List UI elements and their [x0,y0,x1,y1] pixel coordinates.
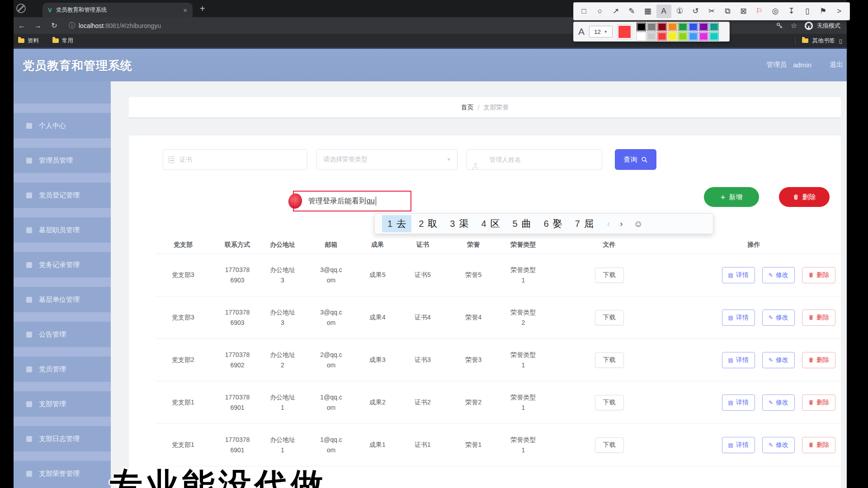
detail-button[interactable]: ▤ 详情 [722,267,755,283]
certificate-input[interactable] [163,150,307,169]
edit-button[interactable]: ✎ 修改 [762,310,795,326]
palette-color[interactable] [678,32,688,41]
save-download-icon[interactable]: ↧ [784,5,799,18]
detail-button[interactable]: ▤ 详情 [722,352,755,368]
sidebar-item[interactable]: 支部管理 [14,382,111,417]
palette-color[interactable] [647,32,656,41]
palette-color[interactable] [637,32,646,41]
row-delete-button[interactable]: 删除 [802,352,835,368]
sidebar-item[interactable]: 管理员管理 [14,138,111,173]
palette-color[interactable] [678,23,688,31]
download-button[interactable]: 下载 [595,267,624,283]
url-path[interactable]: :8081/#/zhiburongyu [104,22,161,29]
palette-color[interactable] [709,32,719,41]
emoji-icon[interactable]: ☺ [634,219,643,229]
palette-color[interactable] [689,32,698,41]
scissors-icon[interactable]: ✂ [704,5,719,18]
reading-list-icon[interactable]: ▯ [839,38,842,44]
sidebar-item[interactable]: 支部荣誉管理 [14,451,111,486]
ellipse-tool-icon[interactable]: ○ [592,5,607,18]
row-delete-button[interactable]: 删除 [802,267,835,283]
ime-candidate[interactable]: 5 曲 [507,215,537,232]
palette-color[interactable] [668,23,677,31]
mosaic-tool-icon[interactable]: ▦ [640,5,655,18]
manager-input[interactable] [473,150,602,169]
bookmark-flag-icon[interactable]: ⚑ [816,5,830,18]
tab-close-icon[interactable]: × [183,6,187,14]
ime-candidate[interactable]: 1 去 [382,215,411,232]
new-tab-button[interactable]: + [200,3,205,14]
copy-icon[interactable]: ⧉ [720,5,735,18]
palette-color[interactable] [689,23,698,31]
current-color-swatch[interactable] [617,24,632,39]
back-icon[interactable]: ← [14,22,30,30]
ime-candidate[interactable]: 2 取 [413,215,443,232]
key-icon[interactable] [776,22,783,29]
download-button[interactable]: 下载 [595,310,624,325]
palette-color[interactable] [657,23,667,31]
browser-tab[interactable]: V 党员教育和管理系统 × [42,3,193,17]
other-bookmarks[interactable]: 其他书签 ▯ [795,37,842,45]
site-info-icon[interactable]: ⓘ [69,22,75,30]
delete-button[interactable]: 删除 [779,187,830,207]
detail-button[interactable]: ▤ 详情 [722,310,755,326]
palette-color[interactable] [637,23,646,31]
palette-color[interactable] [699,32,708,41]
edit-button[interactable]: ✎ 修改 [762,437,795,453]
bookmark-folder[interactable]: 常用 [52,37,73,45]
forward-icon[interactable]: → [30,22,46,30]
pin-icon[interactable]: ⚐ [752,5,767,18]
detail-button[interactable]: ▤ 详情 [722,437,755,453]
bookmark-star-icon[interactable]: ☆ [791,21,797,30]
ime-candidate[interactable]: 7 屈 [570,215,599,232]
ime-next-icon[interactable]: › [620,219,623,229]
download-button[interactable]: 下载 [595,352,624,368]
logout-button[interactable]: 退出 [830,61,843,69]
ime-prev-icon[interactable]: ‹ [607,219,610,229]
row-delete-button[interactable]: 删除 [802,310,835,326]
bookmark-folder[interactable]: 资料 [18,37,39,45]
palette-color[interactable] [657,32,667,41]
edit-button[interactable]: ✎ 修改 [762,394,795,411]
palette-color[interactable] [647,23,656,31]
edit-button[interactable]: ✎ 修改 [762,352,795,368]
pen-tool-icon[interactable]: ✎ [624,5,639,18]
reload-icon[interactable]: ↻ [46,21,62,30]
honor-type-select[interactable]: 请选择荣誉类型 ▼ [316,149,458,170]
add-button[interactable]: + 新增 [704,187,759,207]
sidebar-item[interactable]: 党员登记管理 [14,173,111,208]
record-icon[interactable]: ◎ [768,5,783,18]
close-region-icon[interactable]: ⊠ [736,5,751,18]
palette-color[interactable] [699,23,708,31]
detail-button[interactable]: ▤ 详情 [722,394,755,411]
edit-button[interactable]: ✎ 修改 [762,267,795,283]
palette-color[interactable] [709,23,719,31]
more-icon[interactable]: > [832,5,847,18]
row-delete-button[interactable]: 删除 [802,437,835,453]
ime-candidate[interactable]: 6 娶 [538,215,568,232]
sidebar-item[interactable]: 基层单位管理 [14,277,111,312]
font-size-select[interactable]: 12 ▼ [589,26,613,38]
palette-color[interactable] [668,32,677,41]
ime-candidate[interactable]: 3 渠 [444,215,474,232]
ime-candidate[interactable]: 4 区 [476,215,505,232]
sidebar-item[interactable]: 公告管理 [14,312,111,347]
sidebar-item[interactable]: 支部日志管理 [14,417,111,451]
browser-logo-icon[interactable] [16,4,26,13]
row-delete-button[interactable]: 删除 [802,394,835,411]
search-button[interactable]: 查询 [615,149,656,170]
rect-tool-icon[interactable]: □ [576,5,591,18]
sidebar-item[interactable]: 个人中心 [14,103,111,138]
breadcrumb-home[interactable]: 首页 [461,103,474,112]
download-button[interactable]: 下载 [595,395,624,410]
number-tool-icon[interactable]: ① [672,5,687,18]
url-host[interactable]: localhost [79,22,104,29]
text-tool-icon[interactable]: A [656,5,671,18]
download-button[interactable]: 下载 [595,437,624,453]
arrow-tool-icon[interactable]: ↗ [609,5,623,18]
undo-icon[interactable]: ↺ [688,5,703,18]
text-annotation-box[interactable]: 管理登录后能看到qu [293,191,411,211]
sidebar-item[interactable]: 基层职员管理 [14,208,111,243]
device-icon[interactable]: ▯ [800,5,815,18]
sidebar-item[interactable]: 党务记录管理 [14,243,111,277]
